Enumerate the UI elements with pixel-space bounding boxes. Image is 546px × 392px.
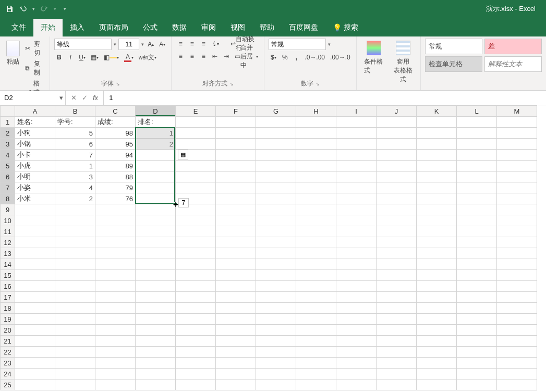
cell-D7[interactable]	[136, 182, 176, 193]
cell-J10[interactable]	[377, 215, 417, 226]
font-name-dropdown-icon[interactable]: ▾	[114, 42, 116, 47]
tab-file[interactable]: 文件	[4, 19, 33, 36]
cell-G21[interactable]	[256, 336, 296, 347]
row-header-2[interactable]: 2	[1, 128, 15, 139]
row-header-10[interactable]: 10	[1, 215, 15, 226]
cell-G2[interactable]	[256, 128, 296, 139]
merge-center-button[interactable]: ▭合并后居中 ▾	[233, 51, 260, 62]
col-header-B[interactable]: B	[55, 106, 95, 117]
cell-H24[interactable]	[296, 369, 336, 379]
cell-F1[interactable]	[216, 117, 256, 128]
cell-L21[interactable]	[457, 336, 497, 347]
cell-I15[interactable]	[336, 270, 377, 281]
cell-L14[interactable]	[457, 259, 497, 270]
cell-I9[interactable]	[336, 204, 377, 215]
cell-E14[interactable]	[176, 259, 216, 270]
cell-I4[interactable]	[336, 150, 377, 161]
col-header-G[interactable]: G	[256, 106, 296, 117]
cell-H6[interactable]	[296, 172, 336, 182]
save-icon[interactable]	[5, 5, 14, 13]
fx-icon[interactable]: fx	[93, 94, 98, 102]
cell-D10[interactable]	[136, 215, 176, 226]
cell-B16[interactable]	[55, 281, 95, 292]
cell-D14[interactable]	[136, 259, 176, 270]
style-check[interactable]: 检查单元格	[425, 56, 482, 72]
copy-button[interactable]: ⧉复制	[25, 59, 45, 77]
cell-J24[interactable]	[377, 369, 417, 379]
cell-J5[interactable]	[377, 161, 417, 172]
name-box-dropdown-icon[interactable]: ▾	[57, 91, 66, 105]
cell-C20[interactable]	[95, 325, 136, 336]
cell-M9[interactable]	[497, 204, 537, 215]
undo-dropdown-icon[interactable]: ▾	[32, 6, 35, 11]
col-header-A[interactable]: A	[15, 106, 55, 117]
cell-H22[interactable]	[296, 347, 336, 358]
cell-C21[interactable]	[95, 336, 136, 347]
cell-E5[interactable]	[176, 161, 216, 172]
cell-A1[interactable]: 姓名:	[15, 117, 55, 128]
cell-J21[interactable]	[377, 336, 417, 347]
cell-M22[interactable]	[497, 347, 537, 358]
cell-C11[interactable]	[95, 226, 136, 237]
cell-A4[interactable]: 小卡	[15, 150, 55, 161]
cell-M4[interactable]	[497, 150, 537, 161]
cell-K18[interactable]	[417, 303, 457, 314]
decrease-decimal-button[interactable]: .00→.0	[329, 52, 352, 63]
cell-M8[interactable]	[497, 193, 537, 204]
cell-B7[interactable]: 4	[55, 182, 95, 193]
col-header-I[interactable]: I	[336, 106, 377, 117]
cell-H20[interactable]	[296, 325, 336, 336]
cell-J25[interactable]	[377, 379, 417, 390]
cell-M19[interactable]	[497, 314, 537, 325]
align-left-button[interactable]: ≡	[176, 51, 185, 62]
cell-J13[interactable]	[377, 248, 417, 259]
cell-C19[interactable]	[95, 314, 136, 325]
cell-H18[interactable]	[296, 303, 336, 314]
cell-H17[interactable]	[296, 292, 336, 303]
cell-J8[interactable]	[377, 193, 417, 204]
cell-G12[interactable]	[256, 237, 296, 248]
cell-K12[interactable]	[417, 237, 457, 248]
cell-B23[interactable]	[55, 358, 95, 369]
cell-F3[interactable]	[216, 139, 256, 150]
col-header-F[interactable]: F	[216, 106, 256, 117]
cell-K14[interactable]	[417, 259, 457, 270]
font-size-combo[interactable]	[118, 39, 139, 50]
cell-D17[interactable]	[136, 292, 176, 303]
cell-H3[interactable]	[296, 139, 336, 150]
cell-A18[interactable]	[15, 303, 55, 314]
select-all-corner[interactable]	[1, 106, 15, 117]
cell-C23[interactable]	[95, 358, 136, 369]
cell-A23[interactable]	[15, 358, 55, 369]
name-box[interactable]	[0, 91, 57, 105]
cell-M11[interactable]	[497, 226, 537, 237]
cell-M10[interactable]	[497, 215, 537, 226]
cell-G19[interactable]	[256, 314, 296, 325]
row-header-21[interactable]: 21	[1, 336, 15, 347]
cell-I23[interactable]	[336, 358, 377, 369]
cell-C2[interactable]: 98	[95, 128, 136, 139]
cell-I20[interactable]	[336, 325, 377, 336]
cell-I7[interactable]	[336, 182, 377, 193]
cell-D12[interactable]	[136, 237, 176, 248]
cell-C1[interactable]: 成绩:	[95, 117, 136, 128]
cell-M6[interactable]	[497, 172, 537, 182]
tab-page-layout[interactable]: 页面布局	[92, 19, 136, 36]
cell-H19[interactable]	[296, 314, 336, 325]
cell-F4[interactable]	[216, 150, 256, 161]
cell-J14[interactable]	[377, 259, 417, 270]
cell-F7[interactable]	[216, 182, 256, 193]
cell-K2[interactable]	[417, 128, 457, 139]
cell-L16[interactable]	[457, 281, 497, 292]
cell-H2[interactable]	[296, 128, 336, 139]
cell-F6[interactable]	[216, 172, 256, 182]
cell-D16[interactable]	[136, 281, 176, 292]
cell-M2[interactable]	[497, 128, 537, 139]
cell-G25[interactable]	[256, 379, 296, 390]
cell-G17[interactable]	[256, 292, 296, 303]
cell-H9[interactable]	[296, 204, 336, 215]
cell-I17[interactable]	[336, 292, 377, 303]
cell-D15[interactable]	[136, 270, 176, 281]
row-header-3[interactable]: 3	[1, 139, 15, 150]
cell-H16[interactable]	[296, 281, 336, 292]
